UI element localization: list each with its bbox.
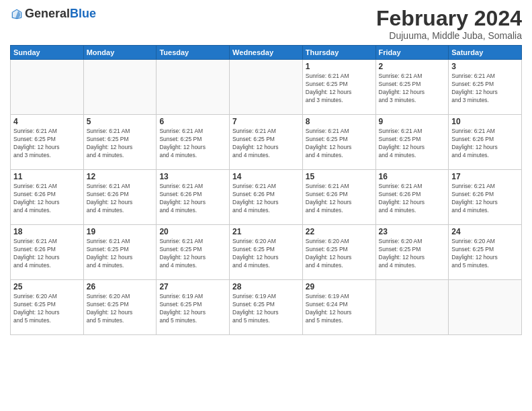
logo-blue: Blue <box>70 7 96 21</box>
day-info: Sunrise: 6:20 AM Sunset: 6:25 PM Dayligh… <box>306 238 373 270</box>
day-info: Sunrise: 6:21 AM Sunset: 6:25 PM Dayligh… <box>306 73 373 105</box>
calendar-table: SundayMondayTuesdayWednesdayThursdayFrid… <box>10 45 522 335</box>
day-number: 22 <box>306 227 373 236</box>
day-info: Sunrise: 6:21 AM Sunset: 6:26 PM Dayligh… <box>451 128 519 160</box>
calendar-cell: 29Sunrise: 6:19 AM Sunset: 6:24 PM Dayli… <box>302 280 375 335</box>
day-info: Sunrise: 6:21 AM Sunset: 6:25 PM Dayligh… <box>306 128 373 160</box>
day-info: Sunrise: 6:21 AM Sunset: 6:26 PM Dayligh… <box>232 183 300 215</box>
day-number: 4 <box>13 117 81 126</box>
day-info: Sunrise: 6:21 AM Sunset: 6:26 PM Dayligh… <box>159 183 226 215</box>
logo: General Blue <box>10 7 96 21</box>
calendar-cell: 5Sunrise: 6:21 AM Sunset: 6:25 PM Daylig… <box>83 115 157 170</box>
calendar-cell: 15Sunrise: 6:21 AM Sunset: 6:26 PM Dayli… <box>302 170 375 225</box>
calendar-cell: 1Sunrise: 6:21 AM Sunset: 6:25 PM Daylig… <box>302 60 375 115</box>
calendar-week-4: 18Sunrise: 6:21 AM Sunset: 6:26 PM Dayli… <box>11 225 522 280</box>
calendar-cell: 17Sunrise: 6:21 AM Sunset: 6:26 PM Dayli… <box>449 170 522 225</box>
day-number: 19 <box>87 227 154 236</box>
calendar-cell: 3Sunrise: 6:21 AM Sunset: 6:25 PM Daylig… <box>449 60 522 115</box>
calendar-cell <box>375 280 449 335</box>
calendar-cell <box>83 60 157 115</box>
logo-icon <box>10 7 24 21</box>
calendar-header-tuesday: Tuesday <box>157 46 230 60</box>
day-info: Sunrise: 6:21 AM Sunset: 6:25 PM Dayligh… <box>87 238 154 270</box>
day-info: Sunrise: 6:19 AM Sunset: 6:25 PM Dayligh… <box>232 293 300 325</box>
day-info: Sunrise: 6:21 AM Sunset: 6:25 PM Dayligh… <box>159 128 226 160</box>
day-number: 3 <box>451 62 519 71</box>
page: General Blue February 2024 Dujuuma, Midd… <box>0 0 532 411</box>
calendar-cell <box>230 60 303 115</box>
day-number: 16 <box>379 172 446 181</box>
day-number: 2 <box>379 62 446 71</box>
day-number: 20 <box>159 227 226 236</box>
day-info: Sunrise: 6:21 AM Sunset: 6:26 PM Dayligh… <box>87 183 154 215</box>
day-info: Sunrise: 6:21 AM Sunset: 6:25 PM Dayligh… <box>451 73 519 105</box>
calendar-cell: 10Sunrise: 6:21 AM Sunset: 6:26 PM Dayli… <box>449 115 522 170</box>
day-info: Sunrise: 6:21 AM Sunset: 6:26 PM Dayligh… <box>379 183 446 215</box>
calendar-cell: 24Sunrise: 6:20 AM Sunset: 6:25 PM Dayli… <box>449 225 522 280</box>
day-number: 18 <box>13 227 81 236</box>
day-number: 26 <box>87 282 154 291</box>
day-number: 15 <box>306 172 373 181</box>
day-number: 21 <box>232 227 300 236</box>
calendar-cell: 19Sunrise: 6:21 AM Sunset: 6:25 PM Dayli… <box>83 225 157 280</box>
day-info: Sunrise: 6:20 AM Sunset: 6:25 PM Dayligh… <box>379 238 446 270</box>
logo-general: General <box>25 7 70 21</box>
calendar-cell: 9Sunrise: 6:21 AM Sunset: 6:25 PM Daylig… <box>375 115 449 170</box>
title-section: February 2024 Dujuuma, Middle Juba, Soma… <box>376 7 522 41</box>
day-number: 25 <box>13 282 81 291</box>
day-number: 27 <box>159 282 226 291</box>
calendar-cell: 25Sunrise: 6:20 AM Sunset: 6:25 PM Dayli… <box>11 280 84 335</box>
calendar-header-thursday: Thursday <box>302 46 375 60</box>
day-number: 12 <box>87 172 154 181</box>
day-info: Sunrise: 6:21 AM Sunset: 6:25 PM Dayligh… <box>159 238 226 270</box>
location-label: Dujuuma, Middle Juba, Somalia <box>376 30 522 41</box>
calendar-cell: 12Sunrise: 6:21 AM Sunset: 6:26 PM Dayli… <box>83 170 157 225</box>
calendar-cell: 6Sunrise: 6:21 AM Sunset: 6:25 PM Daylig… <box>157 115 230 170</box>
calendar-header-monday: Monday <box>83 46 157 60</box>
day-info: Sunrise: 6:21 AM Sunset: 6:26 PM Dayligh… <box>13 238 81 270</box>
day-number: 11 <box>13 172 81 181</box>
day-info: Sunrise: 6:21 AM Sunset: 6:26 PM Dayligh… <box>13 183 81 215</box>
day-info: Sunrise: 6:20 AM Sunset: 6:25 PM Dayligh… <box>13 293 81 325</box>
calendar-cell: 11Sunrise: 6:21 AM Sunset: 6:26 PM Dayli… <box>11 170 84 225</box>
day-info: Sunrise: 6:21 AM Sunset: 6:25 PM Dayligh… <box>87 128 154 160</box>
day-number: 14 <box>232 172 300 181</box>
calendar-cell: 16Sunrise: 6:21 AM Sunset: 6:26 PM Dayli… <box>375 170 449 225</box>
day-info: Sunrise: 6:19 AM Sunset: 6:24 PM Dayligh… <box>306 293 373 325</box>
calendar-cell: 27Sunrise: 6:19 AM Sunset: 6:25 PM Dayli… <box>157 280 230 335</box>
calendar-cell: 28Sunrise: 6:19 AM Sunset: 6:25 PM Dayli… <box>230 280 303 335</box>
day-info: Sunrise: 6:21 AM Sunset: 6:25 PM Dayligh… <box>379 73 446 105</box>
day-info: Sunrise: 6:20 AM Sunset: 6:25 PM Dayligh… <box>87 293 154 325</box>
calendar-cell: 22Sunrise: 6:20 AM Sunset: 6:25 PM Dayli… <box>302 225 375 280</box>
month-year-title: February 2024 <box>376 7 522 30</box>
calendar-cell: 4Sunrise: 6:21 AM Sunset: 6:25 PM Daylig… <box>11 115 84 170</box>
day-number: 24 <box>451 227 519 236</box>
day-number: 28 <box>232 282 300 291</box>
calendar-header-sunday: Sunday <box>11 46 84 60</box>
calendar-cell: 23Sunrise: 6:20 AM Sunset: 6:25 PM Dayli… <box>375 225 449 280</box>
calendar-cell: 26Sunrise: 6:20 AM Sunset: 6:25 PM Dayli… <box>83 280 157 335</box>
day-number: 23 <box>379 227 446 236</box>
header: General Blue February 2024 Dujuuma, Midd… <box>10 7 522 41</box>
calendar-cell: 7Sunrise: 6:21 AM Sunset: 6:25 PM Daylig… <box>230 115 303 170</box>
calendar-week-2: 4Sunrise: 6:21 AM Sunset: 6:25 PM Daylig… <box>11 115 522 170</box>
day-info: Sunrise: 6:21 AM Sunset: 6:26 PM Dayligh… <box>451 183 519 215</box>
day-info: Sunrise: 6:20 AM Sunset: 6:25 PM Dayligh… <box>232 238 300 270</box>
day-number: 13 <box>159 172 226 181</box>
calendar-header-friday: Friday <box>375 46 449 60</box>
calendar-cell: 18Sunrise: 6:21 AM Sunset: 6:26 PM Dayli… <box>11 225 84 280</box>
day-number: 17 <box>451 172 519 181</box>
day-info: Sunrise: 6:21 AM Sunset: 6:25 PM Dayligh… <box>232 128 300 160</box>
calendar-header-saturday: Saturday <box>449 46 522 60</box>
day-number: 5 <box>87 117 154 126</box>
calendar-cell: 20Sunrise: 6:21 AM Sunset: 6:25 PM Dayli… <box>157 225 230 280</box>
calendar-header-wednesday: Wednesday <box>230 46 303 60</box>
day-info: Sunrise: 6:19 AM Sunset: 6:25 PM Dayligh… <box>159 293 226 325</box>
calendar-cell: 2Sunrise: 6:21 AM Sunset: 6:25 PM Daylig… <box>375 60 449 115</box>
calendar-week-3: 11Sunrise: 6:21 AM Sunset: 6:26 PM Dayli… <box>11 170 522 225</box>
day-info: Sunrise: 6:21 AM Sunset: 6:25 PM Dayligh… <box>13 128 81 160</box>
day-number: 6 <box>159 117 226 126</box>
day-number: 10 <box>451 117 519 126</box>
calendar-cell <box>157 60 230 115</box>
day-info: Sunrise: 6:21 AM Sunset: 6:26 PM Dayligh… <box>306 183 373 215</box>
